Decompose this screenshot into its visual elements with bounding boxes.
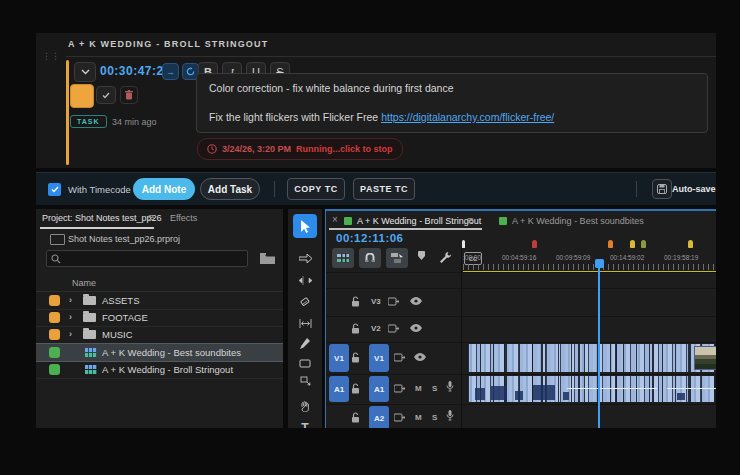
voiceover-mic-icon[interactable] (446, 410, 454, 421)
note-color-swatch[interactable] (70, 84, 94, 108)
sync-lock-icon[interactable] (394, 353, 405, 362)
note-timecode[interactable]: 00:30:47:22 (100, 64, 171, 78)
track-target-v1[interactable]: V1 (369, 344, 389, 372)
label-color-chip[interactable] (49, 347, 60, 358)
drag-handle-icon[interactable]: ⋮⋮ (42, 53, 50, 67)
selection-tool[interactable] (293, 214, 317, 238)
paste-tc-button[interactable]: PASTE TC (353, 178, 415, 200)
project-file-name[interactable]: Shot Notes test_pp26.prproj (68, 234, 180, 244)
lock-icon[interactable] (351, 323, 360, 334)
lock-icon[interactable] (351, 383, 360, 394)
new-bin-icon[interactable] (260, 253, 275, 264)
timeline-timecode[interactable]: 00:12:11:06 (336, 232, 404, 244)
ripple-edit-tool[interactable] (293, 269, 317, 291)
panel-menu-icon[interactable]: ≡ (467, 214, 473, 226)
shot-notes-sequence-button[interactable] (332, 248, 354, 268)
source-patch-a1[interactable]: A1 (329, 376, 349, 402)
track-select-forward-tool[interactable] (293, 247, 317, 269)
v1-clips[interactable] (467, 344, 715, 372)
label-color-chip[interactable] (49, 364, 60, 375)
reminder-status-pill[interactable]: 3/24/26, 3:20 PM Running...click to stop (197, 138, 403, 160)
sync-lock-icon[interactable] (394, 384, 405, 393)
search-input[interactable] (65, 252, 247, 267)
playhead-line[interactable] (598, 267, 600, 428)
track-output-eye-icon[interactable] (414, 353, 426, 361)
lock-icon[interactable] (351, 412, 360, 423)
project-row-assets[interactable]: › ASSETS (36, 292, 283, 310)
project-row-footage[interactable]: › FOOTAGE (36, 309, 283, 327)
timeline-panel: × A + K Wedding - Broll Stringout ≡ A + … (325, 209, 716, 428)
timeline-marker-yellow[interactable] (688, 240, 693, 248)
audio-level-line[interactable] (667, 388, 716, 389)
close-tab-icon[interactable]: × (332, 215, 338, 225)
add-note-button[interactable]: Add Note (133, 178, 195, 200)
a1-clips[interactable] (467, 376, 715, 402)
collapse-note-button[interactable] (74, 62, 96, 82)
panel-menu-icon[interactable]: ≡ (148, 211, 154, 223)
hand-tool[interactable] (293, 395, 317, 417)
note-link[interactable]: https://digitalanarchy.com/flicker-free/ (381, 111, 554, 123)
solo-button-a1[interactable]: S (432, 384, 437, 393)
expand-chevron-icon[interactable]: › (69, 329, 72, 339)
folder-icon (83, 313, 96, 322)
save-settings-button[interactable] (652, 179, 672, 199)
slip-tool[interactable] (293, 312, 317, 334)
timeline-marker-olive[interactable] (641, 240, 646, 248)
complete-task-button[interactable] (96, 86, 116, 104)
sync-lock-icon[interactable] (388, 324, 399, 333)
project-row-broll-stringout[interactable]: A + K Wedding - Broll Stringout (36, 361, 283, 379)
razor-tool[interactable] (293, 291, 317, 313)
voiceover-mic-icon[interactable] (446, 381, 454, 392)
track-target-a1[interactable]: A1 (369, 376, 389, 402)
track-target-a2[interactable]: A2 (369, 406, 389, 428)
timeline-marker-yellow[interactable] (630, 240, 635, 248)
label-color-chip[interactable] (49, 312, 60, 323)
add-marker-icon[interactable] (418, 251, 425, 260)
timeline-marker[interactable] (462, 240, 465, 248)
snap-toggle-button[interactable] (359, 248, 381, 268)
timeline-settings-icon[interactable] (439, 251, 452, 264)
label-color-chip[interactable] (49, 295, 60, 306)
lock-icon[interactable] (351, 352, 360, 363)
mute-button-a2[interactable]: M (415, 413, 422, 422)
search-box[interactable] (46, 250, 248, 267)
mute-button-a1[interactable]: M (415, 384, 422, 393)
source-patch-v1[interactable]: V1 (329, 344, 349, 372)
audio-level-line[interactable] (567, 388, 657, 389)
track-output-eye-icon[interactable] (410, 324, 422, 332)
project-row-music[interactable]: › MUSIC (36, 326, 283, 344)
delete-note-button[interactable] (120, 86, 138, 104)
playhead-handle[interactable] (595, 259, 604, 268)
pen-tool[interactable] (293, 332, 317, 354)
sync-lock-icon[interactable] (388, 297, 399, 306)
lock-icon[interactable] (351, 296, 360, 307)
notes-panel-title: A + K WEDDING - BROLL STRINGOUT (68, 39, 268, 49)
linked-selection-button[interactable] (386, 248, 408, 268)
project-row-best-soundbites[interactable]: A + K Wedding - Best soundbites (36, 343, 283, 362)
with-timecode-checkbox[interactable] (48, 183, 61, 196)
expand-chevron-icon[interactable]: › (69, 295, 72, 305)
toolbar-divider (274, 181, 275, 197)
add-task-button[interactable]: Add Task (200, 178, 260, 200)
solo-button-a2[interactable]: S (432, 413, 437, 422)
tab-effects[interactable]: Effects (170, 213, 197, 223)
timeline-marker-orange[interactable] (608, 240, 613, 248)
track-name-v2[interactable]: V2 (371, 324, 381, 333)
row-label: FOOTAGE (102, 312, 148, 323)
timeline-ruler[interactable] (463, 264, 716, 270)
track-name-v3[interactable]: V3 (371, 297, 381, 306)
column-header-name[interactable]: Name (72, 278, 96, 288)
type-tool[interactable]: T (293, 417, 317, 428)
transform-tool[interactable] (293, 370, 317, 392)
track-output-eye-icon[interactable] (410, 297, 422, 305)
expand-chevron-icon[interactable]: › (69, 312, 72, 322)
copy-tc-button[interactable]: COPY TC (287, 178, 345, 200)
tab-best-soundbites[interactable]: A + K Wedding - Best soundbites (512, 216, 644, 226)
tab-project[interactable]: Project: Shot Notes test_pp26 (42, 213, 162, 223)
jump-to-timecode-button[interactable]: → (162, 63, 179, 80)
timeline-marker-red[interactable] (532, 240, 537, 248)
tab-broll-stringout[interactable]: A + K Wedding - Broll Stringout (357, 216, 481, 226)
note-text-area[interactable]: Color correction - fix white balance dur… (196, 73, 708, 133)
sync-lock-icon[interactable] (394, 413, 405, 422)
label-color-chip[interactable] (49, 329, 60, 340)
